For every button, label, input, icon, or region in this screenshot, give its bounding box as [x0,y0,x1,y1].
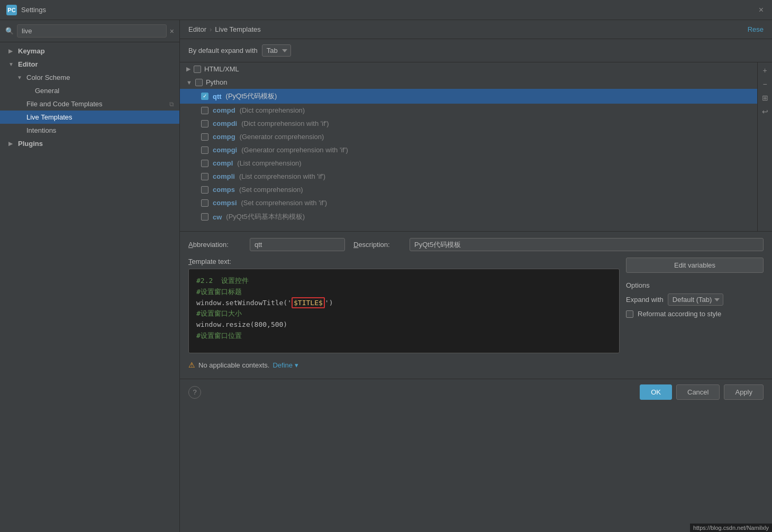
template-item-compli[interactable]: compli (List comprehension with 'if') [180,170,772,183]
template-options: Edit variables Options Expand with Defau… [626,258,764,318]
define-link[interactable]: Define ▾ [273,361,298,369]
template-item-compl[interactable]: compl (List comprehension) [180,157,772,170]
template-checkbox-compli[interactable] [201,173,208,180]
group-label: Python [206,78,227,86]
help-button[interactable]: ? [188,386,201,399]
sidebar-item-general[interactable]: ▶ General [0,84,179,97]
copy-button[interactable]: ⊞ [759,92,771,104]
code-line-4: #设置窗口大小 [196,308,612,319]
template-checkbox-comps[interactable] [201,186,208,194]
template-checkbox-compd[interactable] [201,107,208,114]
remove-button[interactable]: − [759,78,771,90]
sidebar-item-keymap[interactable]: ▶ Keymap [0,44,179,58]
template-desc: (Generator comprehension) [240,133,324,141]
reformat-label: Reformat according to style [638,310,721,318]
sidebar-item-intentions[interactable]: ▶ Intentions [0,124,179,137]
template-text-section: Template text: #2.2 设置控件 #设置窗口标题 window.… [188,258,764,372]
expand-with-option-select[interactable]: Default (Tab) [668,293,723,306]
template-abbr: compgi [213,146,237,154]
arrow-icon: ▶ [8,141,15,146]
sidebar-item-color-scheme[interactable]: ▼ Color Scheme [0,71,179,84]
edit-variables-button[interactable]: Edit variables [626,258,764,273]
arrow-icon: ▼ [8,61,15,67]
code-editor[interactable]: #2.2 设置控件 #设置窗口标题 window.setWindowTitle(… [188,269,620,353]
code-line-5: window.resize(800,500) [196,319,612,331]
template-group-htmlxml: ▶ HTML/XML [180,62,772,76]
reformat-checkbox[interactable] [626,310,633,318]
search-bar: 🔍 × [0,20,179,42]
search-input[interactable] [17,24,167,38]
sidebar-item-plugins[interactable]: ▶ Plugins [0,137,179,150]
template-desc: (Set comprehension with 'if') [241,199,327,207]
template-checkbox-compg[interactable] [201,133,208,141]
description-input[interactable] [410,238,764,251]
template-group-header-python[interactable]: ▼ Python [180,76,772,89]
group-label: HTML/XML [204,65,239,73]
app-icon: PC [6,5,17,15]
main-layout: 🔍 × ▶ Keymap ▼ Editor ▼ Color Scheme ▶ G… [0,20,772,532]
template-item-compdi[interactable]: compdi (Dict comprehension with 'if') [180,117,772,130]
window-title: Settings [21,6,46,14]
expand-with-label: By default expand with [188,47,258,54]
sidebar-item-label: Live Templates [26,113,72,121]
template-checkbox-compdi[interactable] [201,120,208,127]
ok-button[interactable]: OK [640,384,672,400]
template-checkbox-compsi[interactable] [201,199,208,207]
template-abbr: comps [213,186,235,194]
title-bar: PC Settings × [0,0,772,20]
bottom-section: Abbreviation: Description: Template text… [180,232,772,379]
code-text: window.setWindowTitle('$TITLE$') [196,297,333,308]
add-button[interactable]: + [759,65,771,76]
search-icon: 🔍 [5,27,14,35]
expand-with-option-label: Expand with [626,296,664,304]
template-checkbox-cw[interactable] [201,213,208,221]
group-checkbox-htmlxml[interactable] [194,66,201,73]
sidebar-item-editor[interactable]: ▼ Editor [0,58,179,71]
template-item-compd[interactable]: compd (Dict comprehension) [180,104,772,117]
template-checkbox-compl[interactable] [201,160,208,167]
warning-row: ⚠ No applicable contexts. Define ▾ [188,357,620,372]
expand-with-select[interactable]: Tab [262,44,291,57]
template-checkbox-compgi[interactable] [201,146,208,154]
expand-arrow-icon: ▼ [186,79,192,86]
template-item-comps[interactable]: comps (Set comprehension) [180,183,772,196]
warning-icon: ⚠ [188,361,195,369]
template-abbr: compl [213,159,233,167]
template-abbr: compd [213,106,235,114]
template-item-qtt[interactable]: qtt (PyQt5代码模板) [180,89,772,104]
sidebar-item-file-templates[interactable]: ▶ File and Code Templates ⧉ [0,97,179,111]
url-bar: https://blog.csdn.net/Namilxly [690,524,772,532]
revert-button[interactable]: ↩ [759,106,771,117]
apply-button[interactable]: Apply [724,384,764,400]
sidebar-tree: ▶ Keymap ▼ Editor ▼ Color Scheme ▶ Gener… [0,42,179,532]
abbreviation-input[interactable] [250,238,345,251]
sidebar-item-label: Intentions [26,126,56,134]
template-desc: (PyQt5代码基本结构模板) [226,212,305,222]
template-desc: (Set comprehension) [239,186,303,194]
sidebar-item-label: Editor [18,60,38,68]
template-item-compsi[interactable]: compsi (Set comprehension with 'if') [180,196,772,209]
warning-text: No applicable contexts. [198,361,269,369]
cancel-button[interactable]: Cancel [676,384,720,400]
template-text-label: Template text: [188,258,620,265]
breadcrumb-sep: › [210,25,212,33]
close-button[interactable]: × [757,5,766,15]
sidebar-item-label: Plugins [18,140,43,148]
breadcrumb-editor: Editor [188,25,206,33]
template-abbr: compdi [213,120,237,127]
template-item-compg[interactable]: compg (Generator comprehension) [180,130,772,143]
code-line-2: #设置窗口标题 [196,287,612,298]
template-group-header-htmlxml[interactable]: ▶ HTML/XML [180,62,772,76]
search-clear-button[interactable]: × [170,27,174,35]
content-area: Editor › Live Templates Rese By default … [180,20,772,532]
right-toolbar: + − ⊞ ↩ [757,62,772,231]
template-abbr: compli [213,172,235,180]
reset-link[interactable]: Rese [748,25,764,33]
template-checkbox-qtt[interactable] [201,93,208,100]
template-item-cw[interactable]: cw (PyQt5代码基本结构模板) [180,209,772,224]
group-checkbox-python[interactable] [195,79,203,86]
sidebar-item-live-templates[interactable]: ▶ Live Templates [0,111,179,124]
template-item-compgi[interactable]: compgi (Generator comprehension with 'if… [180,143,772,157]
code-line-6: #设置窗口位置 [196,331,612,342]
copy-icon: ⧉ [169,100,174,108]
